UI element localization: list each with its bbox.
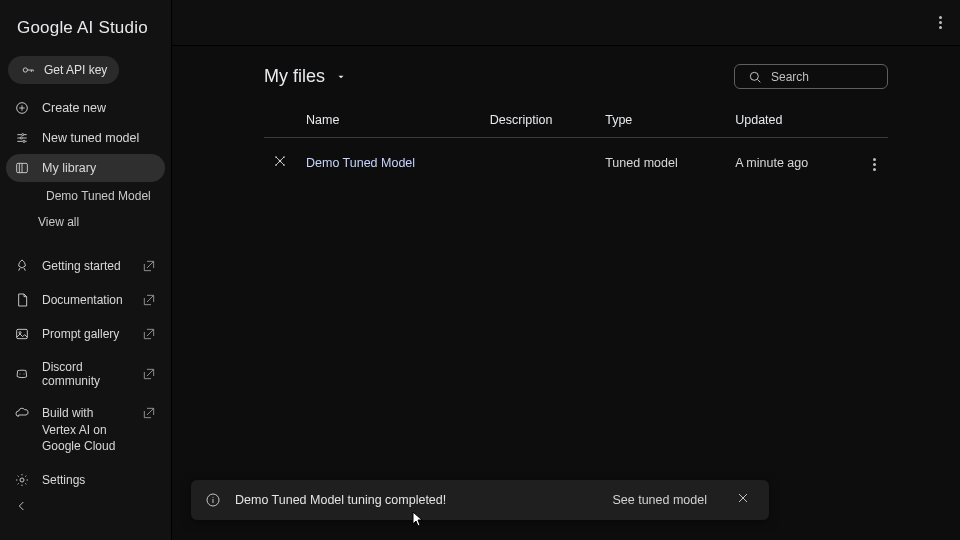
- svg-point-0: [23, 68, 27, 72]
- svg-point-3: [20, 137, 22, 139]
- row-updated: A minute ago: [727, 138, 858, 188]
- cloud-icon: [14, 405, 30, 421]
- sidebar-nav-main: Create new New tuned model My library De…: [0, 94, 171, 234]
- sidebar: Google AI Studio Get API key Create new …: [0, 0, 171, 540]
- topbar-overflow-menu[interactable]: [935, 12, 946, 33]
- sidebar-bottom: Build with Vertex AI on Google Cloud Set…: [0, 397, 171, 540]
- sidebar-item-label: My library: [42, 161, 96, 175]
- get-api-key-label: Get API key: [44, 63, 107, 77]
- close-icon: [735, 490, 751, 506]
- external-link-icon: [141, 326, 157, 342]
- sidebar-item-create-new[interactable]: Create new: [6, 94, 165, 122]
- sidebar-item-label: Settings: [42, 473, 85, 487]
- search-icon: [747, 69, 763, 85]
- gallery-icon: [14, 326, 30, 342]
- plus-circle-icon: [14, 100, 30, 116]
- col-menu: [858, 103, 888, 138]
- sidebar-item-label: New tuned model: [42, 131, 139, 145]
- row-name[interactable]: Demo Tuned Model: [298, 138, 482, 188]
- col-type: Type: [597, 103, 727, 138]
- sidebar-item-my-library[interactable]: My library: [6, 154, 165, 182]
- svg-rect-6: [17, 329, 28, 338]
- svg-point-4: [23, 140, 25, 142]
- row-type: Tuned model: [597, 138, 727, 188]
- files-table: Name Description Type Updated: [264, 103, 888, 187]
- svg-point-2: [22, 134, 24, 136]
- svg-point-12: [283, 156, 285, 158]
- sidebar-item-new-tuned-model[interactable]: New tuned model: [6, 124, 165, 152]
- sidebar-link-documentation[interactable]: Documentation: [6, 286, 165, 314]
- search-box[interactable]: [734, 64, 888, 89]
- toast: Demo Tuned Model tuning completed! See t…: [191, 480, 769, 520]
- table-row[interactable]: Demo Tuned Model Tuned model A minute ag…: [264, 138, 888, 188]
- sidebar-nav-links: Getting started Documentation Prompt gal…: [0, 252, 171, 394]
- sidebar-item-label: Create new: [42, 101, 106, 115]
- model-icon: [272, 153, 288, 169]
- sidebar-link-discord[interactable]: Discord community: [6, 354, 165, 394]
- sidebar-link-label: Getting started: [42, 259, 121, 273]
- sidebar-link-label: Documentation: [42, 293, 123, 307]
- external-link-icon: [141, 258, 157, 274]
- sidebar-link-prompt-gallery[interactable]: Prompt gallery: [6, 320, 165, 348]
- svg-point-8: [20, 478, 24, 482]
- sidebar-item-settings[interactable]: Settings: [6, 466, 165, 494]
- col-name: Name: [298, 103, 482, 138]
- col-description: Description: [482, 103, 597, 138]
- tune-icon: [14, 130, 30, 146]
- svg-point-10: [279, 160, 282, 163]
- key-icon: [20, 62, 36, 78]
- gear-icon: [14, 472, 30, 488]
- get-api-key-button[interactable]: Get API key: [8, 56, 119, 84]
- sidebar-collapse-button[interactable]: [14, 498, 30, 518]
- col-updated: Updated: [727, 103, 858, 138]
- table-header-row: Name Description Type Updated: [264, 103, 888, 138]
- sidebar-link-label: Discord community: [42, 360, 129, 388]
- main: My files Name Description Type: [171, 0, 960, 540]
- info-icon: [205, 492, 221, 508]
- sidebar-link-label: Build with Vertex AI on Google Cloud: [42, 405, 129, 454]
- row-description: [482, 138, 597, 188]
- topbar: [172, 0, 960, 46]
- library-icon: [14, 160, 30, 176]
- external-link-icon: [141, 292, 157, 308]
- row-overflow-menu[interactable]: [869, 154, 880, 175]
- sidebar-link-label: Prompt gallery: [42, 327, 119, 341]
- svg-point-14: [283, 164, 285, 166]
- caret-down-icon: [333, 72, 349, 82]
- external-link-icon: [141, 366, 157, 382]
- row-type-icon-cell: [264, 138, 298, 188]
- rocket-icon: [14, 258, 30, 274]
- svg-point-13: [275, 164, 277, 166]
- page-title: My files: [264, 66, 325, 87]
- toast-action-link[interactable]: See tuned model: [612, 493, 707, 507]
- svg-point-11: [275, 156, 277, 158]
- brand-title: Google AI Studio: [0, 0, 171, 52]
- discord-icon: [14, 366, 30, 382]
- chevron-left-icon: [14, 498, 30, 514]
- page-title-dropdown[interactable]: My files: [264, 66, 349, 87]
- content: My files Name Description Type: [172, 46, 960, 540]
- col-icon: [264, 103, 298, 138]
- doc-icon: [14, 292, 30, 308]
- sidebar-subitem-view-all[interactable]: View all: [6, 210, 165, 234]
- toast-close-button[interactable]: [731, 486, 755, 514]
- sidebar-link-getting-started[interactable]: Getting started: [6, 252, 165, 280]
- sidebar-subitem-demo-model[interactable]: Demo Tuned Model: [6, 184, 165, 208]
- search-input[interactable]: [771, 70, 875, 84]
- toast-message: Demo Tuned Model tuning completed!: [235, 493, 446, 507]
- svg-point-9: [750, 72, 758, 80]
- external-link-icon: [141, 405, 157, 421]
- sidebar-link-vertex-ai[interactable]: Build with Vertex AI on Google Cloud: [6, 397, 165, 462]
